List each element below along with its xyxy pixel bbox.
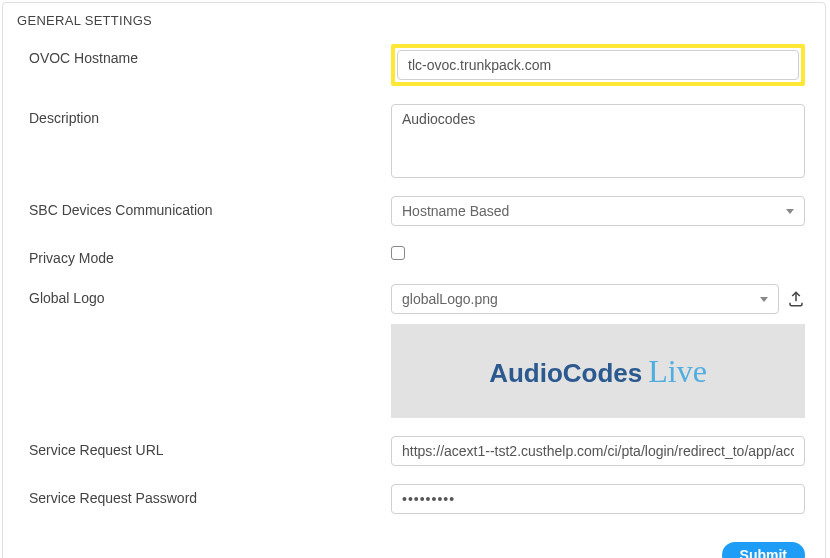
row-sbc: SBC Devices Communication Hostname Based	[29, 196, 805, 226]
row-description: Description	[29, 104, 805, 178]
row-sr-url: Service Request URL	[29, 436, 805, 466]
chevron-down-icon	[760, 297, 768, 302]
label-sbc: SBC Devices Communication	[29, 196, 391, 218]
description-textarea[interactable]	[391, 104, 805, 178]
label-logo: Global Logo	[29, 284, 391, 306]
sr-pwd-input[interactable]	[391, 484, 805, 514]
general-settings-panel: GENERAL SETTINGS OVOC Hostname Descripti…	[2, 2, 826, 558]
logo-brand-text: AudioCodesLive	[489, 353, 707, 390]
form-body: OVOC Hostname Description SBC Devices Co…	[3, 36, 825, 538]
logo-preview: AudioCodesLive	[391, 324, 805, 418]
logo-select-value: globalLogo.png	[402, 291, 498, 307]
label-hostname: OVOC Hostname	[29, 44, 391, 66]
row-privacy: Privacy Mode	[29, 244, 805, 266]
label-sr-pwd: Service Request Password	[29, 484, 391, 506]
sbc-select-value: Hostname Based	[402, 203, 509, 219]
label-privacy: Privacy Mode	[29, 244, 391, 266]
hostname-highlight	[391, 44, 805, 86]
row-sr-pwd: Service Request Password	[29, 484, 805, 514]
form-footer: Submit	[3, 538, 825, 558]
logo-select[interactable]: globalLogo.png	[391, 284, 779, 314]
submit-button[interactable]: Submit	[722, 542, 805, 558]
hostname-input[interactable]	[397, 50, 799, 80]
label-description: Description	[29, 104, 391, 126]
logo-suffix-text: Live	[648, 353, 707, 389]
chevron-down-icon	[786, 209, 794, 214]
label-sr-url: Service Request URL	[29, 436, 391, 458]
sr-url-input[interactable]	[391, 436, 805, 466]
row-hostname: OVOC Hostname	[29, 44, 805, 86]
privacy-checkbox[interactable]	[391, 246, 405, 260]
upload-icon[interactable]	[787, 290, 805, 308]
panel-title: GENERAL SETTINGS	[3, 3, 825, 36]
row-logo: Global Logo globalLogo.png AudioCod	[29, 284, 805, 418]
sbc-select[interactable]: Hostname Based	[391, 196, 805, 226]
